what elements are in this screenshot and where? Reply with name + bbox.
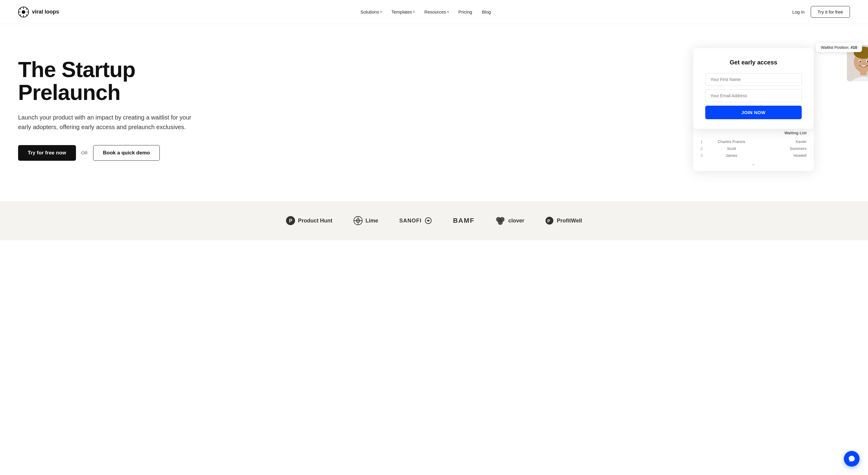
profitwell-icon: P [545,216,554,225]
hero-buttons: Try for free now OR Book a quick demo [18,145,223,161]
waitlist-badge-label: Waitlist Position: [821,45,849,50]
nav-templates[interactable]: Templates ▾ [392,9,415,14]
widget-title: Get early access [705,59,802,66]
table-row: 2 Scott Summers [701,145,807,152]
row-last-name: Xavier [756,139,807,144]
waiting-list-header: Waiting List [701,131,807,135]
lime-icon [353,216,363,225]
or-label: OR [82,150,88,155]
row-position: 1 [701,139,707,144]
row-position: 3 [701,153,707,158]
svg-point-18 [860,61,861,62]
waitlist-position-badge: Waitlist Position: #10 [816,43,862,52]
chevron-down-icon: ▾ [380,10,382,13]
nav-actions: Log in Try it for free [792,6,850,18]
sanofi-icon [425,217,432,224]
svg-text:P: P [547,218,550,223]
logo-text: viral loops [32,9,59,15]
hero-description: Launch your product with an impact by cr… [18,112,199,132]
brand-profitwell: P ProfitWell [545,216,582,225]
product-hunt-icon: P [286,216,295,225]
row-last-name: Summers [756,146,807,151]
chevron-down-icon: ▾ [413,10,415,13]
navbar: viral loops Solutions ▾ Templates ▾ Reso… [0,0,868,24]
row-last-name: Howlett [756,153,807,158]
logo[interactable]: viral loops [18,7,59,18]
logo-icon [18,7,29,18]
nav-pricing[interactable]: Pricing [458,9,472,14]
row-first-name: Charles Francis [707,139,756,144]
brand-sanofi: SANOFI [399,217,432,224]
svg-line-8 [26,8,27,9]
svg-point-29 [498,220,503,225]
join-now-button[interactable]: JOIN NOW [705,106,802,119]
row-position: 2 [701,146,707,151]
brand-bamf: BAMF [453,217,475,225]
row-first-name: Scott [707,146,756,151]
svg-line-6 [20,8,21,9]
clover-icon [495,216,505,225]
chevron-down-icon[interactable]: ⌄ [701,161,807,166]
brand-strip: P Product Hunt Lime SANOFI BAMF clover [0,201,868,240]
svg-line-9 [20,14,21,15]
try-free-button[interactable]: Try it for free [811,6,850,18]
hero-title: The Startup Prelaunch [18,58,223,104]
svg-text:P: P [289,218,292,223]
hero-content: The Startup Prelaunch Launch your produc… [18,58,223,161]
row-first-name: James [707,153,756,158]
hero-widget-area: // Will render via JS below Waitlist Pos… [693,48,850,171]
brand-product-hunt: P Product Hunt [286,216,333,225]
book-demo-button[interactable]: Book a quick demo [93,145,160,161]
nav-solutions[interactable]: Solutions ▾ [361,9,382,14]
signup-widget: Get early access JOIN NOW [693,48,814,129]
login-link[interactable]: Log in [792,9,805,14]
hero-section: The Startup Prelaunch Launch your produc… [0,24,868,201]
nav-blog[interactable]: Blog [482,9,491,14]
email-input[interactable] [705,90,802,102]
brand-clover: clover [495,216,524,225]
chevron-down-icon: ▾ [447,10,449,13]
table-row: 1 Charles Francis Xavier [701,138,807,145]
waiting-list-card: Waiting List 1 Charles Francis Xavier 2 … [693,126,814,171]
nav-resources[interactable]: Resources ▾ [424,9,449,14]
nav-links: Solutions ▾ Templates ▾ Resources ▾ Pric… [361,9,491,14]
svg-line-7 [26,14,27,15]
first-name-input[interactable] [705,73,802,86]
brand-lime: Lime [353,216,378,225]
table-row: 3 James Howlett [701,152,807,159]
waitlist-badge-number: #10 [850,45,857,50]
try-free-now-button[interactable]: Try for free now [18,145,76,161]
svg-point-1 [22,10,25,14]
